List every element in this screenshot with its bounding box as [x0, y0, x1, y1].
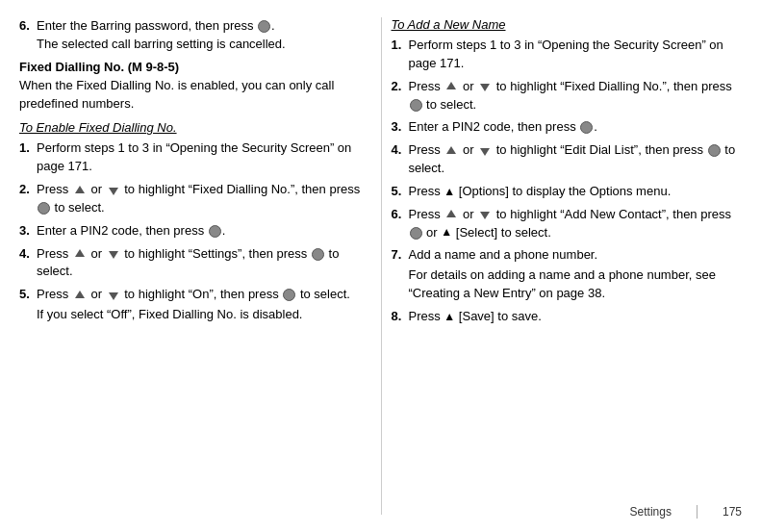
left-step-4: 4. Press or to highlight “Settings”, the…	[19, 245, 364, 282]
left-column: 6. Enter the Barring password, then pres…	[19, 17, 381, 515]
svg-marker-2	[75, 249, 85, 257]
right-step-1-content: Perform steps 1 to 3 in “Opening the Sec…	[409, 37, 743, 73]
svg-marker-6	[446, 82, 456, 89]
left-step-5: 5. Press or to highlight “On”, then pres…	[19, 286, 364, 324]
center-key-icon-r6	[410, 227, 422, 240]
select-softkey-icon: ▲	[441, 224, 452, 241]
left-step-3: 3. Enter a PIN2 code, then press .	[19, 222, 364, 241]
svg-marker-4	[75, 291, 85, 298]
nav-up-icon	[73, 184, 87, 197]
options-softkey-icon: ▲	[444, 184, 455, 200]
right-step-2-content: Press or to highlight “Fixed Dialling No…	[409, 78, 743, 114]
right-step-3-num: 3.	[392, 118, 409, 137]
section-intro: When the Fixed Dialling No. is enabled, …	[19, 77, 364, 114]
right-step-2: 2. Press or to highlight “Fixed Dialling…	[392, 78, 743, 114]
nav-up-icon-4	[73, 247, 87, 261]
page-footer: Settings 175	[630, 505, 742, 519]
right-step-5-content: Press ▲ [Options] to display the Options…	[409, 183, 743, 201]
center-key-icon-4a	[312, 248, 324, 261]
svg-marker-0	[75, 186, 85, 193]
subsection-heading-enable: To Enable Fixed Dialling No.	[19, 120, 364, 135]
footer-divider	[697, 505, 698, 519]
svg-marker-1	[109, 188, 118, 195]
right-step-7-num: 7.	[392, 246, 409, 265]
left-step-2: 2. Press or to highlight “Fixed Dialling…	[19, 181, 364, 217]
right-step-7-content: Add a name and a phone number.	[409, 246, 743, 265]
right-steps-list: 1. Perform steps 1 to 3 in “Opening the …	[392, 37, 743, 326]
nav-up-icon-5	[73, 289, 87, 302]
left-step-1-num: 1.	[19, 139, 37, 176]
item-6: 6. Enter the Barring password, then pres…	[19, 17, 364, 54]
right-step-3-content: Enter a PIN2 code, then press .	[409, 118, 743, 137]
left-step-3-content: Enter a PIN2 code, then press .	[37, 222, 364, 241]
left-step-4-num: 4.	[19, 245, 37, 282]
left-step-5-content: Press or to highlight “On”, then press t…	[37, 286, 364, 304]
left-step-1: 1. Perform steps 1 to 3 in “Opening the …	[19, 139, 364, 176]
left-step-5-num: 5.	[19, 286, 37, 304]
svg-marker-8	[446, 146, 456, 154]
nav-down-icon-r2	[478, 80, 492, 93]
footer-page-number: 175	[723, 505, 742, 519]
right-step-4: 4. Press or to highlight “Edit Dial List…	[392, 141, 743, 178]
center-key-icon-2a	[38, 202, 50, 215]
svg-marker-11	[480, 212, 490, 219]
center-key-icon-r2	[410, 99, 422, 112]
section-heading-fixed-dialling: Fixed Dialling No. (M 9-8-5)	[19, 60, 364, 74]
right-step-7-note: For details on adding a name and a phone…	[409, 266, 743, 303]
nav-down-icon-r6	[478, 208, 492, 221]
item-6-after: .	[271, 18, 275, 33]
subsection-heading-add-name: To Add a New Name	[392, 17, 743, 32]
right-step-5: 5. Press ▲ [Options] to display the Opti…	[392, 183, 743, 201]
right-step-3: 3. Enter a PIN2 code, then press .	[392, 118, 743, 137]
item-6-content: Enter the Barring password, then press .…	[37, 17, 364, 54]
right-step-1-num: 1.	[392, 37, 409, 73]
nav-down-icon-r4	[478, 144, 492, 158]
right-step-7: 7. Add a name and a phone number. For de…	[392, 246, 743, 303]
nav-up-icon-r4	[444, 144, 458, 158]
left-step-2-content: Press or to highlight “Fixed Dialling No…	[37, 181, 364, 217]
left-step-2-num: 2.	[19, 181, 37, 217]
nav-down-icon-4	[107, 247, 120, 261]
left-steps-list: 1. Perform steps 1 to 3 in “Opening the …	[19, 139, 364, 324]
svg-marker-7	[480, 84, 490, 91]
right-step-8: 8. Press ▲ [Save] to save.	[392, 308, 743, 326]
center-key-icon	[258, 20, 270, 33]
center-key-icon-r3	[580, 121, 593, 134]
right-step-2-num: 2.	[392, 78, 409, 114]
right-step-4-content: Press or to highlight “Edit Dial List”, …	[409, 141, 743, 178]
right-step-8-content: Press ▲ [Save] to save.	[409, 308, 743, 326]
right-step-6-num: 6.	[392, 206, 409, 242]
right-step-8-num: 8.	[392, 308, 409, 326]
right-step-5-num: 5.	[392, 183, 409, 201]
footer-section-label: Settings	[630, 505, 672, 519]
nav-down-icon-5	[107, 289, 120, 302]
svg-marker-9	[480, 148, 490, 156]
nav-up-icon-r6	[444, 208, 458, 221]
item-6-text: Enter the Barring password, then press	[37, 18, 253, 33]
svg-marker-5	[109, 292, 118, 300]
left-step-5-note: If you select “Off”, Fixed Dialling No. …	[37, 306, 364, 324]
item-6-subtext: The selected call barring setting is can…	[37, 37, 286, 51]
left-step-1-content: Perform steps 1 to 3 in “Opening the Sec…	[37, 139, 364, 176]
center-key-icon-5a	[283, 289, 295, 301]
svg-marker-10	[446, 210, 456, 217]
left-step-3-num: 3.	[19, 222, 37, 241]
center-key-icon-r4	[708, 144, 721, 157]
svg-marker-3	[109, 251, 118, 259]
right-step-1: 1. Perform steps 1 to 3 in “Opening the …	[392, 37, 743, 73]
right-step-6-content: Press or to highlight “Add New Contact”,…	[409, 206, 743, 242]
center-key-icon-3a	[209, 225, 221, 238]
right-step-4-num: 4.	[392, 141, 409, 178]
item-6-num: 6.	[19, 17, 37, 54]
left-step-4-content: Press or to highlight “Settings”, then p…	[37, 245, 364, 282]
nav-up-icon-r2	[444, 80, 458, 93]
right-column: To Add a New Name 1. Perform steps 1 to …	[381, 17, 743, 515]
save-softkey-icon: ▲	[444, 309, 455, 325]
right-step-6: 6. Press or to highlight “Add New Contac…	[392, 206, 743, 242]
page: 6. Enter the Barring password, then pres…	[0, 0, 761, 532]
nav-down-icon	[107, 184, 120, 197]
